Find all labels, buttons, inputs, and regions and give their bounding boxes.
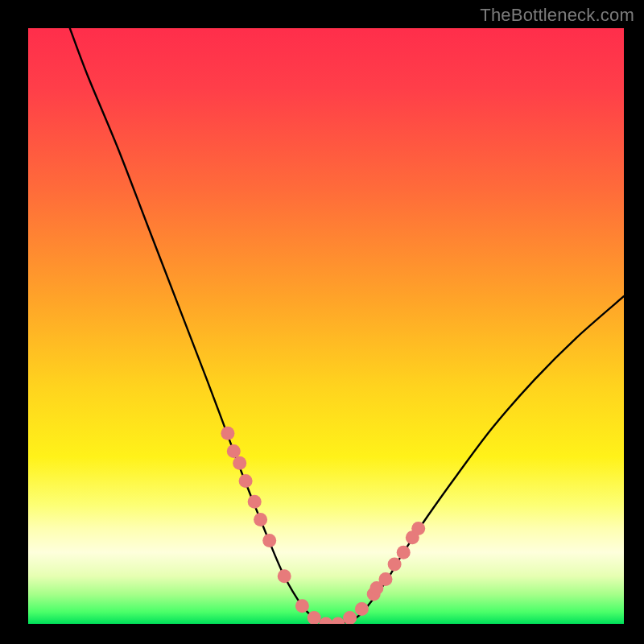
marker-dot (262, 534, 276, 547)
marker-dot (254, 513, 267, 526)
plot-area (28, 28, 624, 624)
marker-dot (221, 427, 234, 440)
marker-dot (388, 558, 402, 572)
marker-dot (331, 617, 345, 625)
marker-dot (227, 444, 241, 458)
marker-dot (411, 522, 425, 535)
marker-dot (320, 617, 333, 625)
marker-dot (239, 474, 253, 488)
marker-dot (248, 495, 262, 509)
bottleneck-curve (70, 28, 624, 624)
marker-dot (379, 572, 393, 586)
chart-svg (28, 28, 624, 624)
marker-dot (355, 602, 369, 616)
marker-group (221, 427, 425, 624)
marker-dot (343, 611, 357, 624)
marker-dot (278, 569, 291, 583)
marker-dot (233, 456, 246, 470)
chart-stage: TheBottleneck.com (0, 0, 644, 644)
marker-dot (397, 546, 411, 559)
marker-dot (295, 599, 309, 613)
watermark-text: TheBottleneck.com (480, 5, 634, 26)
